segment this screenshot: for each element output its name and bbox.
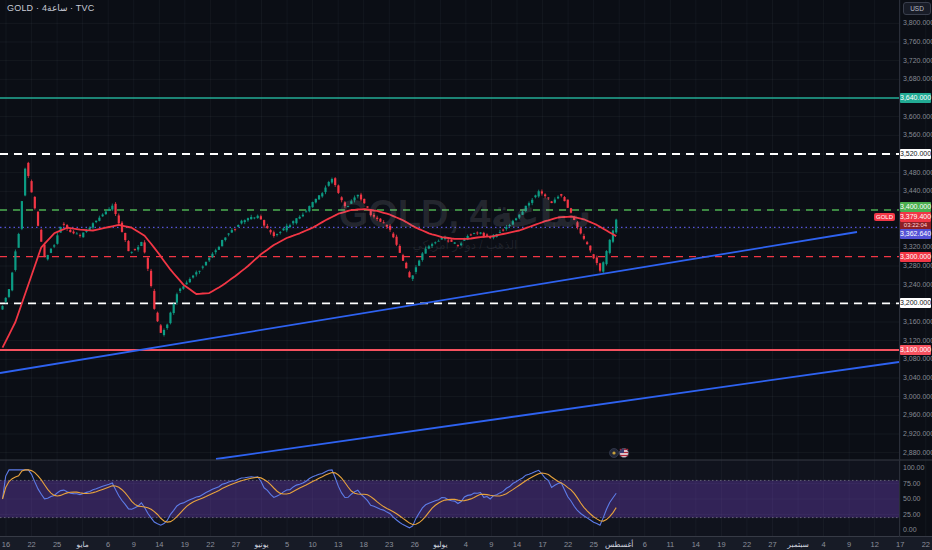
candlestick [237,225,239,227]
candlestick [528,203,530,205]
symbol-title[interactable]: GOLD · 4ساعة · TVC [7,3,94,13]
candlestick [163,330,165,335]
trading-chart-window[interactable]: GOLD · 4ساعة · TVC USD GOLD, 4ساعة الذهب… [0,0,932,550]
candlestick [72,232,74,234]
symbol-logos [610,449,619,458]
candlestick [11,273,13,291]
candlestick [244,220,246,222]
candlestick [531,200,533,203]
candlestick [476,233,478,234]
candlestick [40,230,42,242]
candlestick [186,283,188,285]
candlestick [392,234,394,238]
candlestick [512,221,514,225]
candlestick [408,272,410,277]
candlestick [525,206,527,211]
candlestick [353,197,355,200]
candlestick [592,254,594,258]
candlestick [305,212,307,213]
candlestick [21,201,23,229]
candlestick [324,188,326,193]
candlestick [1,306,3,310]
candlestick [231,230,233,232]
candlestick [589,246,591,251]
candlestick [47,255,49,259]
candlestick [140,242,142,246]
candlestick [415,267,417,272]
candlestick [425,249,427,254]
candlestick [428,246,430,248]
candlestick [473,233,475,234]
candlestick [228,234,230,235]
candlestick [499,232,501,233]
candlestick [321,193,323,196]
currency-label[interactable]: USD [903,2,931,15]
candlestick [580,228,582,233]
candlestick [147,258,149,269]
candlestick [134,249,136,250]
gold-icon [612,451,615,454]
candlestick [192,276,194,278]
candlestick [137,247,139,250]
candlestick [114,204,116,214]
candlestick [402,255,404,261]
candlestick [50,249,52,253]
candlestick [240,221,242,224]
candlestick [182,286,184,288]
candlestick [350,201,352,203]
candlestick [509,225,511,226]
candlestick [295,218,297,223]
candlestick [260,216,262,219]
candlestick [431,244,433,246]
candlestick [395,237,397,245]
candlestick [376,218,378,219]
candlestick [534,195,536,197]
candlestick [118,215,120,223]
candlestick [437,241,439,242]
candlestick [389,226,391,230]
price-chart-canvas[interactable] [0,0,932,550]
candlestick [205,262,207,265]
candlestick [273,232,275,236]
candlestick [14,251,16,270]
candlestick [189,279,191,282]
candlestick [63,224,65,225]
candlestick [366,206,368,207]
candlestick [127,241,129,251]
candlestick [311,202,313,207]
candlestick [253,218,255,219]
candlestick [102,215,104,217]
candlestick [82,233,84,238]
candlestick [567,200,569,208]
candlestick [173,304,175,313]
candlestick [318,195,320,199]
candlestick [479,232,481,233]
candlestick [386,225,388,227]
candlestick [405,263,407,268]
candlestick [615,220,617,233]
candlestick [269,230,271,232]
candlestick [357,195,359,197]
candlestick [328,182,330,186]
candlestick [421,253,423,260]
candlestick [447,241,449,242]
candlestick [76,234,78,235]
candlestick [454,242,456,243]
candlestick [153,291,155,309]
candlestick [557,197,559,199]
candlestick [289,225,291,227]
candlestick [69,230,71,232]
candlestick [299,217,301,219]
candlestick [486,235,488,236]
candlestick [609,240,611,253]
candlestick [373,215,375,217]
candlestick [195,272,197,274]
candlestick [43,245,45,257]
candlestick [263,220,265,225]
candlestick [266,226,268,228]
candlestick [612,231,614,242]
candlestick [276,234,278,235]
candlestick [211,254,213,257]
candlestick [515,218,517,220]
us-flag-icon [620,449,629,458]
